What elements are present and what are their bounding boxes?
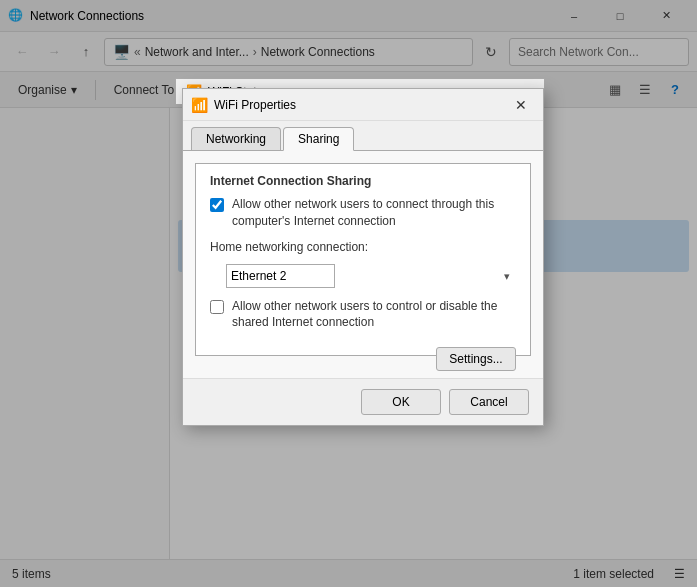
- dialog-title-bar: 📶 WiFi Properties ✕: [183, 89, 543, 121]
- section-title: Internet Connection Sharing: [210, 174, 516, 188]
- allow-control-label: Allow other network users to control or …: [232, 298, 516, 332]
- ok-button[interactable]: OK: [361, 389, 441, 415]
- home-network-row: Home networking connection:: [210, 240, 516, 254]
- cancel-button[interactable]: Cancel: [449, 389, 529, 415]
- tab-sharing[interactable]: Sharing: [283, 127, 354, 151]
- wifi-properties-dialog: 📶 WiFi Properties ✕ Networking Sharing I…: [182, 88, 544, 426]
- allow-sharing-row: Allow other network users to connect thr…: [210, 196, 516, 230]
- dialog-title: WiFi Properties: [214, 98, 507, 112]
- home-network-select-row: Ethernet 2 Ethernet Bluetooth Network: [226, 264, 516, 288]
- home-network-select[interactable]: Ethernet 2 Ethernet Bluetooth Network: [226, 264, 335, 288]
- home-network-label: Home networking connection:: [210, 240, 368, 254]
- dialog-body: Internet Connection Sharing Allow other …: [183, 151, 543, 378]
- settings-button[interactable]: Settings...: [436, 347, 516, 371]
- dialog-footer: OK Cancel: [183, 378, 543, 425]
- dialog-tabs: Networking Sharing: [183, 121, 543, 151]
- allow-control-checkbox[interactable]: [210, 300, 224, 314]
- dialog-icon: 📶: [191, 97, 208, 113]
- allow-sharing-checkbox[interactable]: [210, 198, 224, 212]
- allow-control-row: Allow other network users to control or …: [210, 298, 516, 332]
- allow-sharing-label: Allow other network users to connect thr…: [232, 196, 516, 230]
- internet-connection-sharing-section: Internet Connection Sharing Allow other …: [195, 163, 531, 356]
- tab-networking[interactable]: Networking: [191, 127, 281, 150]
- dialog-close-button[interactable]: ✕: [507, 91, 535, 119]
- home-network-select-wrapper: Ethernet 2 Ethernet Bluetooth Network: [226, 264, 516, 288]
